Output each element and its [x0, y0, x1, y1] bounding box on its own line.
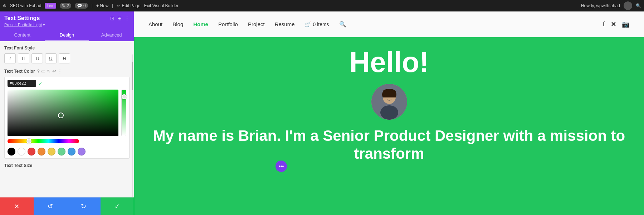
avatar [624, 1, 632, 10]
edit-page-link[interactable]: ✏ Edit Page [117, 3, 140, 8]
live-badge: Live [45, 3, 56, 9]
alpha-thumb [122, 94, 127, 99]
expand-icon[interactable]: ⊡ [110, 15, 114, 21]
panel-body: Text Font Style I TT Tt U S Text Text Co… [0, 41, 134, 197]
spectrum-thumb [58, 113, 64, 118]
swatch-white[interactable] [18, 148, 25, 156]
help-icon[interactable]: ? [37, 68, 40, 74]
italic-button[interactable]: I [4, 53, 16, 63]
nav-resume[interactable]: Resume [275, 21, 295, 27]
cursor-icon[interactable]: ↖ [47, 68, 51, 74]
capitalize-button[interactable]: Tt [31, 53, 43, 63]
font-style-label: Text Font Style [4, 46, 130, 51]
admin-bar: ⊕ SEO with Fahad Live ↻ 2 💬 0 | + New | … [0, 0, 644, 11]
device-icon[interactable]: ▭ [41, 68, 45, 74]
font-style-row: I TT Tt U S [4, 53, 130, 63]
hex-row: #08ce22 ✓ [8, 80, 126, 87]
swatch-red[interactable] [28, 148, 35, 156]
nav-cart[interactable]: 🛒 0 items [305, 22, 329, 27]
spectrum-area[interactable] [8, 90, 118, 136]
exit-vb-button[interactable]: Exit Visual Builder [144, 3, 179, 8]
panel-header-icons: ⊡ ⊞ ⋮ [110, 15, 130, 21]
nav-home[interactable]: Home [193, 21, 208, 27]
spectrum-column [8, 90, 118, 145]
uppercase-button[interactable]: TT [18, 53, 29, 63]
swatch-purple[interactable] [78, 148, 86, 156]
tab-content[interactable]: Content [0, 29, 45, 41]
howdy-label: Howdy, wpwithfahad [581, 3, 620, 8]
notif-comments[interactable]: 💬 0 [75, 3, 88, 9]
reset-button[interactable]: ↺ [34, 197, 67, 215]
notif-updates[interactable]: ↻ 2 [60, 3, 71, 9]
main-content: Text Settings ⊡ ⊞ ⋮ Preset: Portfolio Li… [0, 11, 644, 215]
sep1: | [92, 3, 93, 8]
tab-advanced[interactable]: Advanced [89, 29, 134, 41]
more-icon[interactable]: ⋮ [125, 15, 130, 21]
confirm-button[interactable]: ✓ [101, 197, 134, 215]
cancel-button[interactable]: ✕ [0, 197, 34, 215]
options-icon[interactable]: ⋮ [58, 68, 62, 74]
left-panel: Text Settings ⊡ ⊞ ⋮ Preset: Portfolio Li… [0, 11, 134, 215]
nav-blog[interactable]: Blog [172, 21, 183, 27]
nav-search-icon[interactable]: 🔍 [339, 21, 346, 28]
scroll-indicator [132, 54, 133, 197]
facebook-icon[interactable]: f [603, 20, 605, 28]
hero-hello: Hello! [349, 48, 429, 77]
pencil-icon: ✏ [117, 3, 120, 8]
color-label: Text Text Color [4, 69, 35, 74]
twitter-icon[interactable]: ✕ [611, 20, 616, 28]
nav-social: f ✕ 📷 [603, 20, 630, 28]
wp-logo-icon[interactable]: ⊕ [3, 3, 6, 8]
panel-preset[interactable]: Preset: Portfolio Light ▾ [4, 23, 130, 27]
underline-button[interactable]: U [45, 53, 57, 63]
nav-project[interactable]: Project [248, 21, 265, 27]
admin-bar-left: ⊕ SEO with Fahad Live ↻ 2 💬 0 | + New | … [3, 3, 577, 9]
scroll-thumb [132, 62, 133, 90]
panel-header: Text Settings ⊡ ⊞ ⋮ Preset: Portfolio Li… [0, 11, 134, 29]
svg-point-3 [380, 105, 398, 120]
swatch-black[interactable] [8, 148, 15, 156]
context-menu-button[interactable]: ••• [275, 161, 287, 172]
cart-icon: 🛒 [305, 22, 311, 27]
hex-input[interactable]: #08ce22 [8, 80, 36, 87]
color-picker-area [8, 90, 126, 145]
search-icon[interactable]: 🔍 [636, 3, 641, 8]
color-icons: ? ▭ ↖ ↩ ⋮ [37, 68, 62, 74]
panel-tabs: Content Design Advanced [0, 29, 134, 41]
admin-bar-right: Howdy, wpwithfahad 🔍 [581, 1, 641, 10]
swatches-row [8, 148, 126, 156]
instagram-icon[interactable]: 📷 [622, 20, 630, 28]
swatch-yellow[interactable] [48, 148, 55, 156]
swatch-blue[interactable] [68, 148, 75, 156]
grid-icon[interactable]: ⊞ [117, 15, 122, 21]
panel-title-row: Text Settings ⊡ ⊞ ⋮ [4, 15, 130, 22]
hue-thumb [26, 139, 31, 144]
side-sliders [121, 90, 126, 145]
panel-title: Text Settings [4, 15, 40, 22]
avatar [371, 84, 407, 120]
size-label: Text Text Size [4, 163, 130, 168]
hue-slider[interactable] [8, 139, 79, 143]
site-name[interactable]: SEO with Fahad [10, 3, 41, 8]
new-button[interactable]: + New [96, 3, 108, 8]
redo-button[interactable]: ↻ [67, 197, 101, 215]
nav-bar: About Blog Home Portfolio Project Resume… [134, 11, 644, 37]
cart-count: 0 items [313, 22, 329, 27]
bottom-bar: ✕ ↺ ↻ ✓ [0, 197, 134, 215]
color-row: Text Text Color ? ▭ ↖ ↩ ⋮ [4, 68, 130, 74]
swatch-green[interactable] [58, 148, 65, 156]
tab-design[interactable]: Design [45, 29, 89, 41]
alpha-slider[interactable] [121, 90, 126, 136]
hero-section: Hello! [134, 37, 644, 215]
undo-icon[interactable]: ↩ [52, 68, 56, 74]
nav-links: About Blog Home Portfolio Project Resume… [148, 21, 346, 28]
hero-name-text: My name is Brian. I'm a Senior Product D… [148, 127, 630, 163]
sep2: | [112, 3, 113, 8]
nav-about[interactable]: About [148, 21, 162, 27]
hex-check-icon[interactable]: ✓ [38, 81, 43, 86]
nav-portfolio[interactable]: Portfolio [218, 21, 238, 27]
strikethrough-button[interactable]: S [59, 53, 70, 63]
swatch-orange[interactable] [38, 148, 45, 156]
color-picker: #08ce22 ✓ [4, 77, 130, 159]
website-area: About Blog Home Portfolio Project Resume… [134, 11, 644, 215]
